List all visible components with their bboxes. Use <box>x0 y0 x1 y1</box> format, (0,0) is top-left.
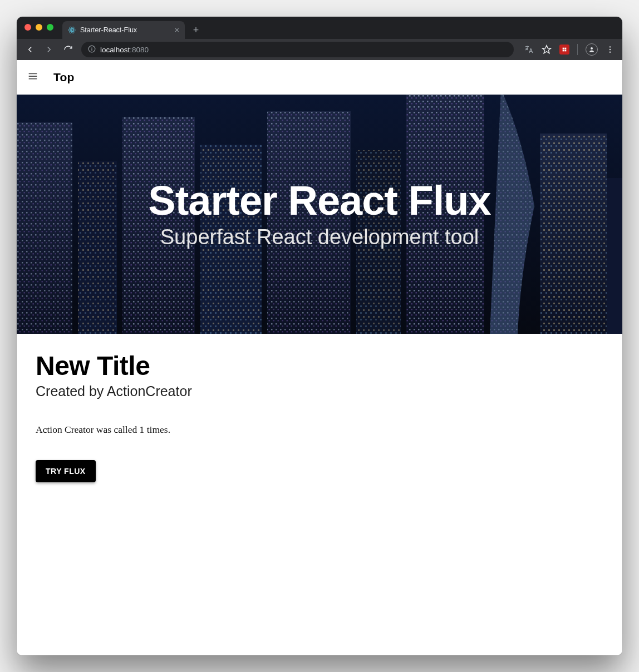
svg-rect-42 <box>607 178 622 334</box>
svg-rect-27 <box>17 122 72 334</box>
content-subtitle: Created by ActionCreator <box>36 383 603 399</box>
hamburger-menu-icon[interactable] <box>27 70 39 85</box>
svg-rect-8 <box>563 48 564 50</box>
svg-rect-10 <box>563 50 564 51</box>
new-tab-button[interactable]: + <box>188 22 204 38</box>
zoom-window-button[interactable] <box>47 24 53 31</box>
svg-point-13 <box>609 46 611 47</box>
svg-point-0 <box>71 29 73 31</box>
status-text: Action Creator was called 1 times. <box>36 424 603 436</box>
browser-tab[interactable]: Starter-React-Flux × <box>62 21 185 39</box>
back-button[interactable] <box>22 42 38 57</box>
try-flux-button[interactable]: TRY FLUX <box>36 460 96 482</box>
page-viewport[interactable]: Top <box>17 60 622 655</box>
hero-subtitle: Superfast React development tool <box>160 225 479 249</box>
svg-rect-11 <box>564 50 566 51</box>
react-icon <box>68 26 76 34</box>
translate-icon[interactable] <box>524 45 534 55</box>
window-traffic-lights <box>24 24 53 31</box>
address-bar[interactable]: localhost:8080 <box>81 42 514 57</box>
svg-rect-9 <box>564 48 566 50</box>
url-port: :8080 <box>130 46 149 54</box>
reload-button[interactable] <box>60 42 76 57</box>
url-host: localhost <box>100 46 130 54</box>
content-title: New Title <box>36 350 603 381</box>
svg-point-14 <box>609 49 611 50</box>
bookmark-star-icon[interactable] <box>542 45 552 55</box>
extension-icon[interactable] <box>559 45 569 55</box>
browser-window: Starter-React-Flux × + localhost:8080 <box>17 17 622 655</box>
site-info-icon[interactable] <box>88 45 96 55</box>
close-window-button[interactable] <box>24 24 31 31</box>
svg-rect-41 <box>540 134 607 334</box>
hero-section: Starter React Flux Superfast React devel… <box>17 95 622 334</box>
close-tab-icon[interactable]: × <box>175 26 179 34</box>
app-bar: Top <box>17 60 622 95</box>
appbar-title: Top <box>53 71 75 84</box>
svg-rect-29 <box>78 161 117 334</box>
kebab-menu-icon[interactable] <box>606 45 615 54</box>
svg-point-12 <box>591 47 593 50</box>
tab-title: Starter-React-Flux <box>80 26 137 34</box>
svg-point-15 <box>609 51 611 52</box>
minimize-window-button[interactable] <box>36 24 42 31</box>
toolbar-right-icons <box>524 43 615 56</box>
main-content: New Title Created by ActionCreator Actio… <box>17 334 622 499</box>
svg-point-6 <box>91 47 92 47</box>
hero-title: Starter React Flux <box>148 179 490 223</box>
browser-tabbar: Starter-React-Flux × + <box>17 17 622 39</box>
profile-avatar-icon[interactable] <box>586 43 598 56</box>
svg-marker-7 <box>543 46 551 53</box>
toolbar-divider <box>577 44 578 55</box>
browser-toolbar: localhost:8080 <box>17 39 622 60</box>
forward-button[interactable] <box>41 42 57 57</box>
